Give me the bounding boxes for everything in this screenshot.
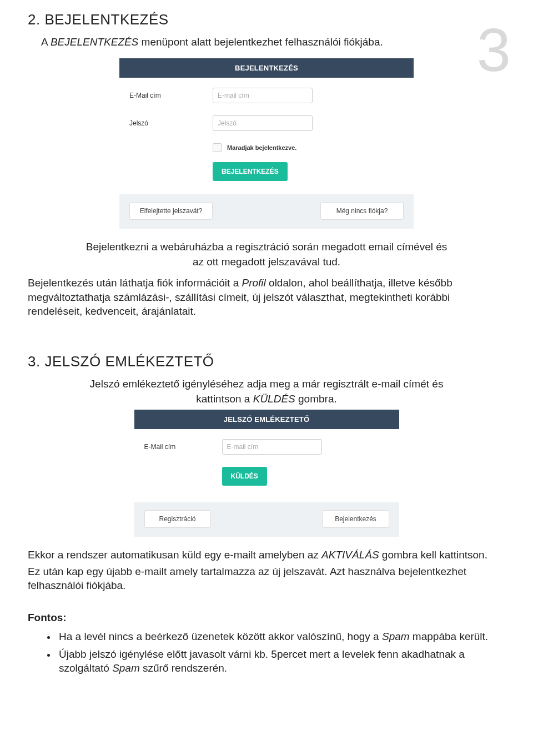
text: A — [41, 36, 51, 48]
no-account-link[interactable]: Még nincs fiókja? — [320, 202, 404, 220]
form-footer-links: Regisztráció Bejelentkezés — [134, 502, 399, 530]
section2-intro-line2: kattintson a KÜLDÉS gombra. — [50, 392, 483, 406]
text: szűrő rendszerén. — [140, 662, 227, 674]
email-field[interactable] — [213, 88, 313, 103]
text: Ekkor a rendszer automatikusan küld egy … — [28, 549, 321, 561]
form-header: JELSZÓ EMLÉKEZTETŐ — [134, 410, 399, 429]
text: kattintson a — [196, 393, 253, 405]
section2-para1: Ekkor a rendszer automatikusan küld egy … — [28, 548, 505, 562]
text: mappába került. — [410, 631, 489, 642]
stay-logged-in-checkbox[interactable] — [213, 143, 222, 152]
email-row: E-Mail cím — [144, 439, 389, 455]
page-number: 3 — [477, 19, 511, 80]
important-label: Fontos: — [28, 612, 505, 624]
list-item: Ha a levél nincs a beérkező üzenetek köz… — [57, 629, 505, 644]
text-italic: BEJELENTKEZÉS — [51, 36, 138, 48]
form-header: BEJELENTKEZÉS — [119, 58, 414, 78]
section1-para2-line1: Bejelentkezni a webáruházba a regisztrác… — [50, 240, 483, 254]
text-italic: Spam — [382, 631, 410, 642]
section1-para2-line2: az ott megadott jelszavával tud. — [50, 255, 483, 269]
text: Bejelentkezés után láthatja fiók informá… — [28, 277, 242, 289]
stay-logged-in-row: Maradjak bejelentkezve. — [213, 143, 404, 152]
reminder-form-screenshot: JELSZÓ EMLÉKEZTETŐ E-Mail cím KÜLDÉS Reg… — [134, 410, 399, 537]
text: Ha a levél nincs a beérkező üzenetek köz… — [59, 631, 382, 642]
password-label: Jelszó — [129, 119, 213, 127]
text: menüpont alatt bejelentkezhet felhasznál… — [138, 36, 383, 48]
form-body: E-Mail cím KÜLDÉS — [134, 429, 399, 502]
send-button[interactable]: KÜLDÉS — [222, 467, 267, 486]
forgot-password-link[interactable]: Elfelejtette jelszavát? — [129, 202, 213, 220]
register-link[interactable]: Regisztráció — [144, 510, 211, 528]
text-italic: AKTIVÁLÁS — [321, 549, 379, 561]
form-footer-links: Elfelejtette jelszavát? Még nincs fiókja… — [119, 194, 414, 222]
spacer — [28, 321, 505, 353]
submit-wrap: KÜLDÉS — [222, 467, 389, 486]
email-label: E-Mail cím — [144, 443, 222, 451]
password-field[interactable] — [213, 115, 313, 131]
section1-para3: Bejelentkezés után láthatja fiók informá… — [28, 276, 505, 319]
login-button[interactable]: BEJELENTKEZÉS — [213, 162, 288, 181]
login-link[interactable]: Bejelentkezés — [323, 510, 389, 528]
important-list: Ha a levél nincs a beérkező üzenetek köz… — [57, 629, 505, 676]
section2-intro-line1: Jelszó emlékeztető igényléséhez adja meg… — [50, 377, 483, 391]
login-form-screenshot: BEJELENTKEZÉS E-Mail cím Jelszó Maradjak… — [119, 58, 414, 229]
text: gombra. — [295, 393, 337, 405]
section-heading-login: 2. BEJELENTKEZÉS — [28, 11, 505, 28]
section1-intro: A BEJELENTKEZÉS menüpont alatt bejelentk… — [41, 35, 505, 49]
section-heading-reminder: 3. JELSZÓ EMLÉKEZTETŐ — [28, 353, 505, 370]
submit-wrap: BEJELENTKEZÉS — [213, 162, 404, 181]
stay-logged-in-label: Maradjak bejelentkezve. — [227, 144, 296, 151]
text-italic: Profil — [242, 277, 266, 289]
text-italic: Spam — [112, 662, 140, 674]
password-row: Jelszó — [129, 115, 404, 131]
email-field[interactable] — [222, 439, 322, 455]
email-label: E-Mail cím — [129, 92, 213, 99]
text-italic: KÜLDÉS — [253, 393, 295, 405]
text: gombra kell kattintson. — [379, 549, 487, 561]
email-row: E-Mail cím — [129, 88, 404, 103]
section2-para2: Ez után kap egy újabb e-mailt amely tart… — [28, 565, 505, 593]
form-body: E-Mail cím Jelszó Maradjak bejelentkezve… — [119, 78, 414, 194]
list-item: Újabb jelszó igénylése előtt javasolt vá… — [57, 647, 505, 676]
